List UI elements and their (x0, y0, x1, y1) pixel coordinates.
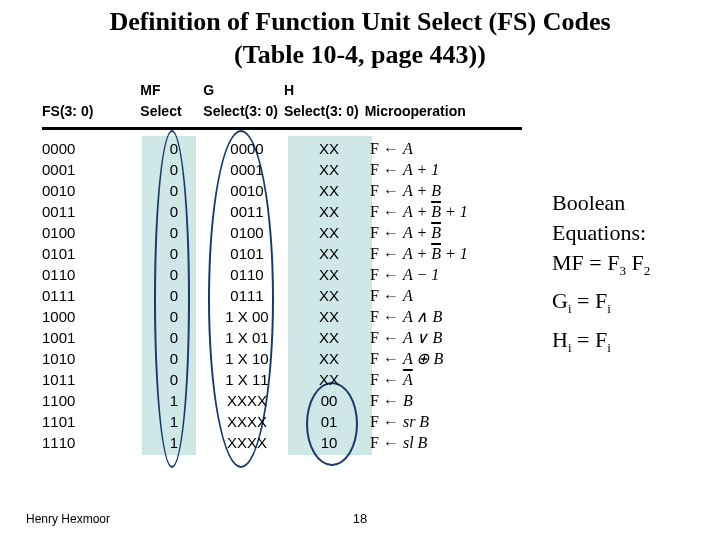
table-header: MF G H FS(3: 0) Select Select(3: 0) Sele… (42, 79, 522, 130)
microop: F←A + B (370, 180, 540, 201)
title-line-1: Definition of Function Unit Select (FS) … (109, 7, 610, 36)
hdr-mf-l1: MF (140, 82, 203, 98)
slide-body: MF G H FS(3: 0) Select Select(3: 0) Sele… (0, 73, 720, 453)
microop: F←A + B + 1 (370, 243, 540, 264)
table-row: 011000110XXF←A − 1 (42, 264, 710, 285)
hdr-h-l1: H (284, 82, 365, 98)
hdr-g-l1: G (203, 82, 284, 98)
footer-page-number: 18 (0, 511, 720, 526)
table-area: 000000000XXF←A 000100001XXF←A + 1 001000… (42, 138, 710, 453)
table-row: 11001XXXX00F←B (42, 390, 710, 411)
slide-title: Definition of Function Unit Select (FS) … (0, 0, 720, 73)
table-row: 010000100XXF←A + B (42, 222, 710, 243)
hdr-micro: Microoperation (365, 103, 522, 119)
microop: F←A (370, 138, 540, 159)
hdr-fs: FS(3: 0) (42, 103, 140, 119)
microop: F←sr B (370, 411, 540, 432)
microop: F←A + B + 1 (370, 201, 540, 222)
hdr-g-l2: Select(3: 0) (203, 103, 284, 119)
microop: F←B (370, 390, 540, 411)
table-row: 100101 X 01XXF←A ∨ B (42, 327, 710, 348)
table-row: 100001 X 00XXF←A ∧ B (42, 306, 710, 327)
table-row: 000100001XXF←A + 1 (42, 159, 710, 180)
microop: F←A + B (370, 222, 540, 243)
microop: F←A + 1 (370, 159, 540, 180)
hdr-mf-l2: Select (140, 103, 203, 119)
table-row: 010100101XXF←A + B + 1 (42, 243, 710, 264)
microop: F←sl B (370, 432, 540, 453)
microop: F←A (370, 369, 540, 390)
table-row: 101001 X 10XXF←A ⊕ B (42, 348, 710, 369)
microop: F←A ∧ B (370, 306, 540, 327)
table-row: 001000010XXF←A + B (42, 180, 710, 201)
microop: F←A ⊕ B (370, 348, 540, 369)
title-line-2: (Table 10-4, page 443)) (234, 40, 486, 69)
table-row: 000000000XXF←A (42, 138, 710, 159)
microop: F←A − 1 (370, 264, 540, 285)
table-row: 11101XXXX10F←sl B (42, 432, 710, 453)
table-row: 001100011XXF←A + B + 1 (42, 201, 710, 222)
table-row: 011100111XXF←A (42, 285, 710, 306)
table-row: 11011XXXX01F←sr B (42, 411, 710, 432)
table-row: 101101 X 11XXF←A (42, 369, 710, 390)
table-rows: 000000000XXF←A 000100001XXF←A + 1 001000… (42, 138, 710, 453)
microop: F←A ∨ B (370, 327, 540, 348)
hdr-h-l2: Select(3: 0) (284, 103, 365, 119)
microop: F←A (370, 285, 540, 306)
